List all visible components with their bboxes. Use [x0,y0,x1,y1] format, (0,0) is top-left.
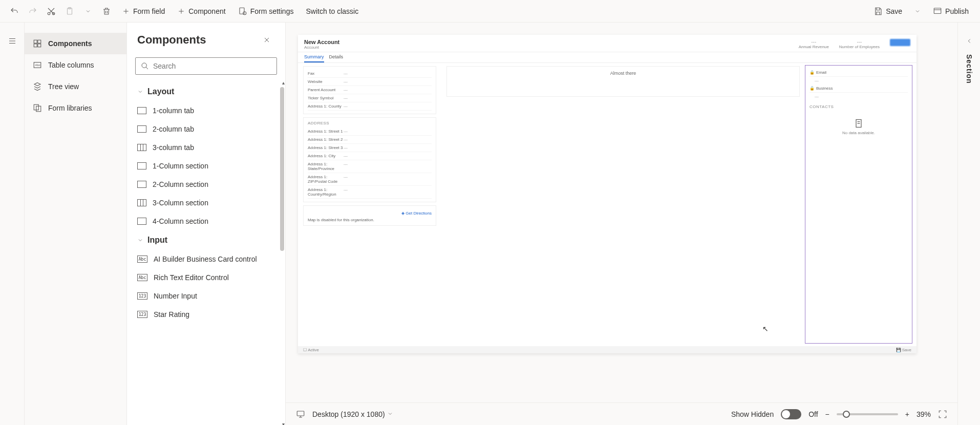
paste-button[interactable] [61,3,78,19]
footer-save-icon: 💾 [896,348,901,352]
two-column-icon [137,125,146,133]
tab-summary[interactable]: Summary [304,52,324,62]
form-right-column-selected[interactable]: 🔒Email --- 🔒Business --- CONTACTS No dat… [805,65,912,344]
rail-components[interactable]: Components [25,33,126,54]
scrollbar[interactable] [280,87,284,251]
header-field-employees[interactable]: ---Number of Employees [839,39,880,49]
field-ticker-symbol[interactable]: Ticker Symbol--- [308,94,432,102]
zoom-in-button[interactable]: + [905,410,909,418]
redo-button[interactable] [25,3,41,19]
scroll-down-arrow[interactable]: ▾ [282,421,285,425]
field-city[interactable]: Address 1: City--- [308,152,432,160]
field-street3[interactable]: Address 1: Street 3--- [308,144,432,152]
desktop-icon [296,410,305,419]
save-dropdown[interactable] [909,3,926,19]
comp-3-column-section[interactable]: 3-Column section [135,194,277,212]
save-button[interactable]: Save [868,4,907,19]
section-map[interactable]: ◈ Get Directions Map is disabled for thi… [303,205,436,226]
comp-2-column-tab[interactable]: 2-column tab [135,120,277,138]
zoom-thumb[interactable] [843,411,850,418]
comp-1-column-tab[interactable]: 1-column tab [135,101,277,120]
field-address-county[interactable]: Address 1: County--- [308,102,432,111]
comp-ai-builder-card[interactable]: AbcAI Builder Business Card control [135,250,277,268]
rail-tree-view-label: Tree view [48,82,79,91]
field-country[interactable]: Address 1: Country/Region--- [308,186,432,199]
footer-save: Save [902,348,911,352]
comp-label: 1-Column section [153,162,208,170]
lock-icon: 🔒 [809,86,815,91]
undo-button[interactable] [6,3,23,19]
publish-button[interactable]: Publish [928,4,974,19]
fit-to-screen-icon[interactable] [938,410,947,419]
abc-icon: Abc [137,274,147,281]
comp-4-column-section[interactable]: 4-Column section [135,212,277,230]
show-hidden-toggle[interactable] [781,409,801,419]
group-input-header[interactable]: Input [135,230,277,250]
comp-1-column-section[interactable]: 1-Column section [135,157,277,175]
comp-label: Rich Text Editor Control [154,273,229,282]
switch-classic-button[interactable]: Switch to classic [301,4,364,18]
comp-rich-text-editor[interactable]: AbcRich Text Editor Control [135,268,277,287]
zoom-out-button[interactable]: − [825,410,829,418]
rail-form-libraries[interactable]: Form libraries [25,97,126,119]
rail-table-columns[interactable]: Abc Table columns [25,54,126,76]
search-input[interactable] [153,62,271,70]
field-state[interactable]: Address 1: State/Province--- [308,160,432,173]
chevron-down-icon [387,411,393,417]
comp-3-column-tab[interactable]: 3-column tab [135,138,277,157]
rail-tree-view[interactable]: Tree view [25,76,126,97]
form-preview[interactable]: New Account Account ---Annual Revenue --… [298,35,917,353]
form-settings-button[interactable]: Form settings [233,4,299,19]
contacts-title: CONTACTS [809,104,908,109]
header-field-annual-revenue[interactable]: ---Annual Revenue [799,39,829,49]
number-icon: 123 [137,292,147,300]
paste-dropdown[interactable] [80,3,96,19]
comp-number-input[interactable]: 123Number Input [135,287,277,305]
field-street2[interactable]: Address 1: Street 2--- [308,136,432,144]
form-field-label: Form field [133,7,165,15]
field-parent-account[interactable]: Parent Account--- [308,86,432,94]
field-business[interactable]: 🔒Business [809,84,908,93]
viewport-selector[interactable]: Desktop (1920 x 1080) [312,410,393,418]
close-components-panel[interactable] [259,32,275,48]
get-directions-link[interactable]: ◈ Get Directions [308,209,432,218]
field-street1[interactable]: Address 1: Street 1--- [308,128,432,136]
field-zip[interactable]: Address 1: ZIP/Postal Code--- [308,173,432,186]
field-website[interactable]: Website--- [308,78,432,86]
hamburger-button[interactable] [4,33,20,49]
tab-details[interactable]: Details [329,52,344,62]
search-box[interactable] [135,57,277,75]
group-layout-header[interactable]: Layout [135,82,277,101]
one-column-section-icon [137,162,146,169]
two-column-section-icon [137,181,146,188]
comp-label: 2-Column section [153,180,208,188]
section-account-info[interactable]: Fax--- Website--- Parent Account--- Tick… [303,66,436,114]
comp-star-rating[interactable]: 123Star Rating [135,305,277,324]
comp-2-column-section[interactable]: 2-Column section [135,175,277,194]
delete-button[interactable] [98,3,115,19]
field-email[interactable]: 🔒Email [809,69,908,77]
field-fax[interactable]: Fax--- [308,70,432,78]
add-component-button[interactable]: Component [172,4,230,18]
form-title: New Account [304,39,339,45]
svg-rect-7 [34,40,37,43]
form-header[interactable]: New Account Account ---Annual Revenue --… [298,35,917,52]
group-layout-label: Layout [147,87,174,96]
timeline-section[interactable]: Almost there [446,66,800,97]
comp-label: 3-column tab [153,143,194,152]
svg-point-15 [142,63,146,68]
cut-button[interactable] [43,3,59,19]
group-input-label: Input [147,236,167,245]
zoom-slider[interactable] [837,413,898,415]
address-section-title: ADDRESS [308,121,432,125]
expand-properties-button[interactable] [961,33,977,49]
contacts-section[interactable]: CONTACTS No data available. [809,104,908,142]
timeline-text: Almost there [610,71,636,76]
rail-table-columns-label: Table columns [48,61,94,69]
plus-icon [122,7,130,15]
add-form-field-button[interactable]: Form field [117,4,170,18]
scroll-up-arrow[interactable]: ▴ [282,82,285,86]
section-address[interactable]: ADDRESS Address 1: Street 1--- Address 1… [303,117,436,202]
svg-point-0 [48,12,50,15]
right-properties-collapsed: Section [957,23,980,425]
